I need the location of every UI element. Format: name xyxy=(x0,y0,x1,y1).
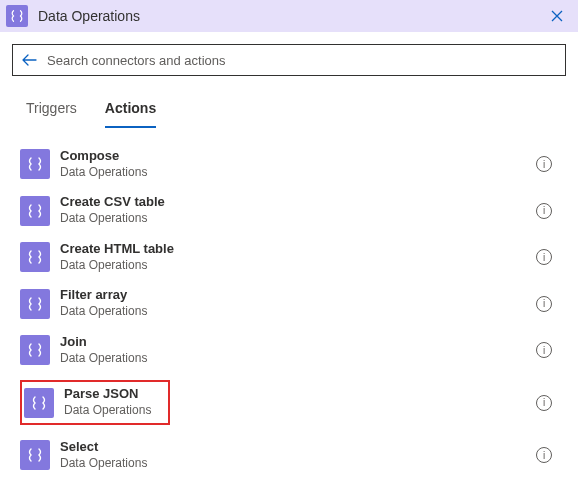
action-row-main[interactable]: SelectData Operations xyxy=(20,439,536,471)
close-icon xyxy=(550,9,564,23)
action-row[interactable]: ComposeData Operationsi xyxy=(20,148,558,180)
search-box[interactable] xyxy=(12,44,566,76)
info-icon: i xyxy=(543,345,545,356)
action-row-main[interactable]: Create HTML tableData Operations xyxy=(20,241,536,273)
action-text: Create CSV tableData Operations xyxy=(60,194,165,226)
action-text: Parse JSONData Operations xyxy=(64,386,151,418)
action-subtitle: Data Operations xyxy=(60,351,147,367)
info-icon: i xyxy=(543,298,545,309)
back-arrow-icon[interactable] xyxy=(21,53,37,67)
action-row[interactable]: JoinData Operationsi xyxy=(20,334,558,366)
data-operations-icon xyxy=(20,440,50,470)
action-title: Create HTML table xyxy=(60,241,174,258)
info-button[interactable]: i xyxy=(536,395,552,411)
action-row-main[interactable]: JoinData Operations xyxy=(20,334,536,366)
action-text: SelectData Operations xyxy=(60,439,147,471)
action-row-main[interactable]: Parse JSONData Operations xyxy=(20,380,170,424)
action-row-main[interactable]: Filter arrayData Operations xyxy=(20,287,536,319)
data-operations-icon xyxy=(24,388,54,418)
action-title: Select xyxy=(60,439,147,456)
action-row[interactable]: Parse JSONData Operationsi xyxy=(20,380,558,424)
tab-triggers[interactable]: Triggers xyxy=(26,100,77,128)
action-list: ComposeData OperationsiCreate CSV tableD… xyxy=(0,128,578,471)
panel-header: Data Operations xyxy=(0,0,578,32)
action-subtitle: Data Operations xyxy=(60,456,147,472)
info-button[interactable]: i xyxy=(536,296,552,312)
info-button[interactable]: i xyxy=(536,342,552,358)
info-button[interactable]: i xyxy=(536,447,552,463)
info-icon: i xyxy=(543,252,545,263)
action-text: ComposeData Operations xyxy=(60,148,147,180)
data-operations-icon xyxy=(20,196,50,226)
action-row[interactable]: Filter arrayData Operationsi xyxy=(20,287,558,319)
info-button[interactable]: i xyxy=(536,203,552,219)
action-subtitle: Data Operations xyxy=(60,211,165,227)
action-title: Create CSV table xyxy=(60,194,165,211)
info-button[interactable]: i xyxy=(536,156,552,172)
data-operations-icon xyxy=(20,289,50,319)
action-row[interactable]: Create HTML tableData Operationsi xyxy=(20,241,558,273)
action-text: Filter arrayData Operations xyxy=(60,287,147,319)
info-icon: i xyxy=(543,205,545,216)
data-operations-icon xyxy=(20,335,50,365)
info-button[interactable]: i xyxy=(536,249,552,265)
action-row-main[interactable]: Create CSV tableData Operations xyxy=(20,194,536,226)
action-subtitle: Data Operations xyxy=(60,258,174,274)
info-icon: i xyxy=(543,397,545,408)
action-title: Parse JSON xyxy=(64,386,151,403)
data-operations-icon xyxy=(6,5,28,27)
search-container xyxy=(0,32,578,82)
action-title: Join xyxy=(60,334,147,351)
action-row[interactable]: SelectData Operationsi xyxy=(20,439,558,471)
data-operations-icon xyxy=(20,242,50,272)
tab-actions[interactable]: Actions xyxy=(105,100,156,128)
info-icon: i xyxy=(543,450,545,461)
search-input[interactable] xyxy=(47,53,557,68)
panel-title: Data Operations xyxy=(38,8,544,24)
close-button[interactable] xyxy=(544,7,570,25)
action-subtitle: Data Operations xyxy=(60,304,147,320)
action-row[interactable]: Create CSV tableData Operationsi xyxy=(20,194,558,226)
action-title: Filter array xyxy=(60,287,147,304)
action-text: JoinData Operations xyxy=(60,334,147,366)
action-text: Create HTML tableData Operations xyxy=(60,241,174,273)
action-subtitle: Data Operations xyxy=(64,403,151,419)
tab-bar: Triggers Actions xyxy=(0,82,578,128)
info-icon: i xyxy=(543,159,545,170)
action-row-main[interactable]: ComposeData Operations xyxy=(20,148,536,180)
action-subtitle: Data Operations xyxy=(60,165,147,181)
action-title: Compose xyxy=(60,148,147,165)
data-operations-icon xyxy=(20,149,50,179)
